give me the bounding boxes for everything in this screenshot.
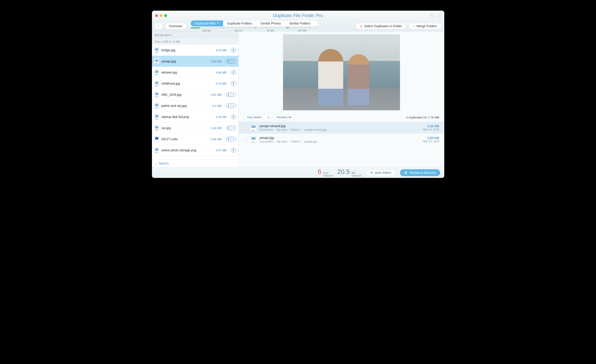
file-size: 3.08 MB [210, 138, 222, 141]
row-checkbox[interactable] [244, 138, 247, 141]
file-list[interactable]: JPEGbridge.jpg4.15 MB2JPEGyanapi.jpg3.89… [152, 45, 238, 159]
chevron-down-icon[interactable] [265, 117, 270, 118]
sidebar: Sort by Size From 1 MB to 10 MB JPEGbrid… [152, 32, 239, 167]
duplicate-file-name: yanapi.jpg [260, 136, 420, 139]
detail-pane: Auto Select Deselect All 2 duplicates fo… [239, 32, 444, 167]
file-size: 3.88 MB [216, 71, 226, 74]
selection-count-pill[interactable]: 23 [226, 126, 236, 130]
file-path-breadcrumb: Documents›My docs›Folder 2›yanapi.jpg [260, 140, 420, 143]
trash-icon: 🗑 [404, 171, 408, 175]
search-input[interactable]: ⌕ Search [152, 159, 238, 167]
size-group-header: From 1 MB to 10 MB [152, 39, 238, 45]
file-row[interactable]: JPEGbridge.jpg4.15 MB2 [152, 45, 238, 56]
mb-selected-stat: 20.5 MBSelected [337, 168, 361, 177]
tab-similar-folders[interactable]: Similar Folders [285, 21, 315, 26]
file-size: 3.74 MB [216, 82, 226, 85]
file-name: #3127.vsdx [162, 137, 209, 141]
files-selected-stat: 6 FilesSelected [318, 168, 333, 177]
selection-count-pill[interactable]: 12 [226, 59, 236, 64]
tab-duplicate-folders[interactable]: Duplicate Folders [223, 21, 256, 26]
file-name: bridge.jpg [162, 48, 214, 52]
overview-button[interactable]: Overview [165, 23, 186, 29]
file-icon: JPEG [154, 69, 159, 75]
duplicate-date: Mar 14, 2019 [423, 140, 439, 143]
file-name: edceee.jpg [162, 71, 214, 74]
file-name: childhood.jpg [162, 82, 214, 85]
file-row[interactable]: JPEGyanapi.jpg3.89 MB12 [152, 56, 238, 67]
duplicate-count-pill[interactable]: 3 [231, 81, 236, 86]
file-icon: PNG [154, 147, 159, 153]
image-preview [239, 32, 444, 113]
file-row[interactable]: JPEGcar.jpg3.24 MB23 [152, 123, 238, 134]
deselect-all-button[interactable]: Deselect All [273, 115, 295, 120]
file-icon: JPEG [251, 136, 256, 143]
file-row[interactable]: PNGonline photo storage.png3.07 MB2 [152, 145, 238, 156]
duplicate-count-pill[interactable]: 2 [231, 115, 236, 119]
file-name: car.jpg [162, 126, 209, 130]
duplicate-count-pill[interactable]: 2 [231, 148, 236, 153]
sparkle-icon: ✦ [370, 171, 373, 175]
duplicates-list: JPEGyanapi-senaud.jpgDocuments›My docs›F… [239, 122, 444, 145]
footer-auto-select-button[interactable]: ✦ Auto Select [366, 169, 396, 176]
select-duplicates-in-folder-button[interactable]: ◎ Select Duplicates in Folder [356, 23, 406, 29]
duplicate-file-name: yanapi-senaud.jpg [260, 124, 420, 128]
duplicate-date: Mar 14, 2019 [423, 128, 439, 131]
file-icon: JPEG [154, 58, 159, 64]
duplicate-size: 3.89 MB [423, 136, 439, 140]
file-size: 3.89 MB [210, 60, 222, 63]
file-row[interactable]: JPEGchildhood.jpg3.74 MB3 [152, 78, 238, 89]
back-button[interactable]: ‹ [155, 23, 162, 29]
chevron-down-icon [217, 23, 219, 24]
file-icon: JPEG [154, 103, 159, 109]
file-size: 4.15 MB [216, 49, 226, 52]
file-path-breadcrumb: Documents›My docs›Folder 1›yanapi-senaud… [260, 128, 420, 131]
tab-similar-photos[interactable]: Similar Photos [256, 21, 285, 26]
duplicate-count-pill[interactable]: 2 [231, 70, 236, 75]
file-icon: PNG [154, 114, 159, 120]
chevron-left-icon: ‹ [158, 24, 159, 28]
file-icon: JPEG [154, 92, 159, 98]
app-title: Duplicate File Finder Pro [152, 13, 444, 18]
app-window: Duplicate File Finder Pro ⌁ i ‹ Overview… [152, 11, 444, 178]
auto-select-dropdown[interactable]: Auto Select [244, 115, 270, 120]
file-name: IMG_1929.jpg [162, 93, 209, 96]
duplicates-toolbar: Auto Select Deselect All 2 duplicates fo… [239, 113, 444, 122]
chevron-down-icon [170, 35, 172, 36]
file-name: startup disk full.png [162, 115, 214, 119]
file-size: 3.4 MB [212, 104, 222, 108]
file-size: 3.07 MB [216, 149, 226, 152]
selection-count-pill[interactable]: 12 [226, 92, 236, 97]
duplicate-row[interactable]: JPEGyanapi-senaud.jpgDocuments›My docs›F… [239, 122, 444, 133]
sort-dropdown[interactable]: Sort by Size [152, 32, 238, 39]
selection-count-pill[interactable]: 13 [226, 137, 236, 141]
duplicates-summary: 2 duplicates for 7.78 MB [406, 116, 439, 119]
target-icon: ◎ [360, 24, 363, 28]
selection-count-pill[interactable]: 12 [226, 103, 236, 108]
file-row[interactable]: PNGstartup disk full.png3.28 MB2 [152, 111, 238, 123]
titlebar: Duplicate File Finder Pro ⌁ i [152, 11, 444, 21]
toolbar: ‹ Overview Duplicate FilesDuplicate Fold… [152, 21, 444, 32]
footer: 6 FilesSelected 20.5 MBSelected ✦ Auto S… [152, 167, 444, 178]
file-row[interactable]: #3127.vsdx3.08 MB13 [152, 134, 238, 145]
file-icon: JPEG [154, 80, 159, 87]
row-checkbox[interactable] [244, 126, 247, 130]
file-size: 3.28 MB [216, 115, 226, 119]
review-remove-button[interactable]: 🗑 Review & Remove [400, 169, 440, 176]
file-size: 3.61 MB [210, 93, 222, 96]
file-row[interactable]: JPEGpalms and sky.jpg3.4 MB12 [152, 100, 238, 111]
preview-content [283, 34, 400, 110]
tab-duplicate-files[interactable]: Duplicate Files [191, 21, 223, 26]
duplicate-size: 3.89 MB [423, 124, 439, 128]
file-icon [154, 136, 159, 142]
search-icon: ⌕ [155, 161, 156, 165]
file-name: yanapi.jpg [162, 59, 209, 63]
merge-icon: ›‹ [413, 24, 415, 28]
file-row[interactable]: JPEGIMG_1929.jpg3.61 MB12 [152, 89, 238, 100]
duplicate-row[interactable]: JPEGyanapi.jpgDocuments›My docs›Folder 2… [239, 133, 444, 145]
file-name: online photo storage.png [162, 148, 214, 152]
file-size: 3.24 MB [210, 126, 222, 130]
file-name: palms and sky.jpg [162, 104, 210, 108]
merge-folders-button[interactable]: ›‹ Merge Folders [409, 23, 441, 29]
file-row[interactable]: JPEGedceee.jpg3.88 MB2 [152, 67, 238, 78]
duplicate-count-pill[interactable]: 2 [231, 48, 236, 52]
